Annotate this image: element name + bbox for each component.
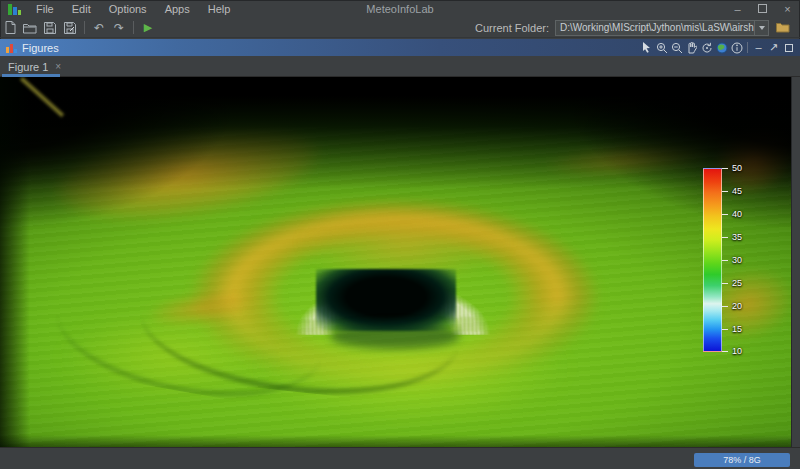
chevron-down-icon (759, 26, 765, 30)
redo-button[interactable]: ↷ (109, 19, 129, 37)
colorbar-tick (722, 237, 728, 238)
minimize-window-button[interactable]: – (725, 0, 750, 18)
undo-button[interactable]: ↶ (89, 19, 109, 37)
bottom-fade (0, 435, 792, 447)
open-file-button[interactable] (20, 19, 40, 37)
zoom-out-icon (671, 42, 683, 54)
tab-figure-1-label: Figure 1 (8, 61, 48, 73)
figure-tab-bar: Figure 1 × (0, 56, 800, 77)
colorbar-tick (722, 260, 728, 261)
redo-icon: ↷ (114, 22, 124, 34)
menu-help[interactable]: Help (199, 0, 240, 18)
select-tool-button[interactable] (639, 40, 654, 55)
figures-panel-header[interactable]: Figures – ↗ (0, 39, 800, 56)
maximize-window-button[interactable] (750, 0, 775, 18)
plot-right-gutter (791, 77, 800, 447)
zoom-out-tool-button[interactable] (669, 40, 684, 55)
open-file-icon (23, 22, 37, 34)
save-button[interactable] (40, 19, 60, 37)
colorbar-tick-label: 10 (732, 346, 742, 356)
float-icon: ↗ (769, 42, 778, 53)
colorbar-tick-label: 30 (732, 255, 742, 265)
select-icon (642, 42, 652, 53)
pan-tool-button[interactable] (684, 40, 699, 55)
toolbar-separator (133, 21, 134, 34)
figures-panel-icon (6, 43, 17, 53)
float-panel-button[interactable]: ↗ (766, 40, 781, 55)
eye-lower-shadow (330, 323, 460, 349)
status-bar: 78% / 8G (0, 447, 800, 469)
new-script-button[interactable] (0, 19, 20, 37)
colorbar: 50 45 40 35 30 25 20 15 10 (703, 168, 793, 352)
menu-file[interactable]: File (27, 0, 63, 18)
restore-icon (785, 44, 793, 52)
app-logo-icon (8, 4, 21, 15)
colorbar-tick (722, 306, 728, 307)
current-folder-dropdown-button[interactable] (754, 21, 768, 35)
colorbar-tick (722, 351, 728, 352)
toolbar-separator (84, 21, 85, 34)
memory-usage-button[interactable]: 78% / 8G (694, 453, 790, 467)
save-icon (44, 22, 56, 34)
current-folder-combobox[interactable]: D:\Working\MIScript\Jython\mis\LaSW\airs… (555, 20, 769, 36)
corner-vignette (0, 77, 240, 227)
save-as-icon (64, 22, 76, 34)
tab-close-button[interactable]: × (55, 61, 61, 72)
zoom-in-tool-button[interactable] (654, 40, 669, 55)
rotate-tool-button[interactable] (699, 40, 714, 55)
minimize-panel-button[interactable]: – (751, 40, 766, 55)
colorbar-tick (722, 329, 728, 330)
colorbar-tick (722, 283, 728, 284)
identify-icon (731, 42, 743, 54)
figure-canvas[interactable]: 50 45 40 35 30 25 20 15 10 (0, 77, 800, 447)
folder-browse-icon (776, 22, 790, 33)
close-window-button[interactable]: × (775, 0, 800, 18)
current-folder-label: Current Folder: (475, 22, 549, 34)
minimize-icon: – (755, 42, 761, 53)
run-script-button[interactable]: ▶ (138, 19, 158, 37)
title-bar: File Edit Options Apps Help MeteoInfoLab… (0, 0, 800, 18)
browse-folder-button[interactable] (776, 22, 790, 33)
pan-icon (686, 42, 697, 54)
restore-panel-button[interactable] (781, 40, 796, 55)
colorbar-tick (722, 191, 728, 192)
tools-separator (747, 42, 748, 53)
rotate-icon (701, 42, 713, 54)
colorbar-tick-label: 40 (732, 209, 742, 219)
colorbar-tick-label: 35 (732, 232, 742, 242)
colorbar-tick-label: 25 (732, 278, 742, 288)
undo-icon: ↶ (94, 22, 104, 34)
main-toolbar: ↶ ↷ ▶ Current Folder: D:\Working\MIScrip… (0, 18, 800, 38)
figures-panel-title: Figures (22, 42, 59, 54)
colorbar-tick-label: 20 (732, 301, 742, 311)
globe-icon (716, 42, 728, 54)
zoom-in-icon (656, 42, 668, 54)
run-script-icon: ▶ (144, 22, 152, 33)
typhoon-eye (316, 269, 456, 331)
maximize-icon (758, 4, 767, 13)
save-as-button[interactable] (60, 19, 80, 37)
colorbar-tick-label: 50 (732, 163, 742, 173)
meteoinfolab-window: File Edit Options Apps Help MeteoInfoLab… (0, 0, 800, 469)
menu-options[interactable]: Options (100, 0, 156, 18)
globe-tool-button[interactable] (714, 40, 729, 55)
left-vignette (0, 77, 30, 447)
menu-apps[interactable]: Apps (156, 0, 199, 18)
colorbar-tick-label: 15 (732, 324, 742, 334)
colorbar-tick-label: 45 (732, 186, 742, 196)
colorbar-tick (722, 168, 728, 169)
current-folder-value[interactable]: D:\Working\MIScript\Jython\mis\LaSW\airs… (556, 22, 754, 33)
identify-tool-button[interactable] (729, 40, 744, 55)
new-script-icon (4, 21, 16, 34)
menu-edit[interactable]: Edit (63, 0, 100, 18)
colorbar-tick (722, 214, 728, 215)
colorbar-gradient (703, 168, 722, 352)
